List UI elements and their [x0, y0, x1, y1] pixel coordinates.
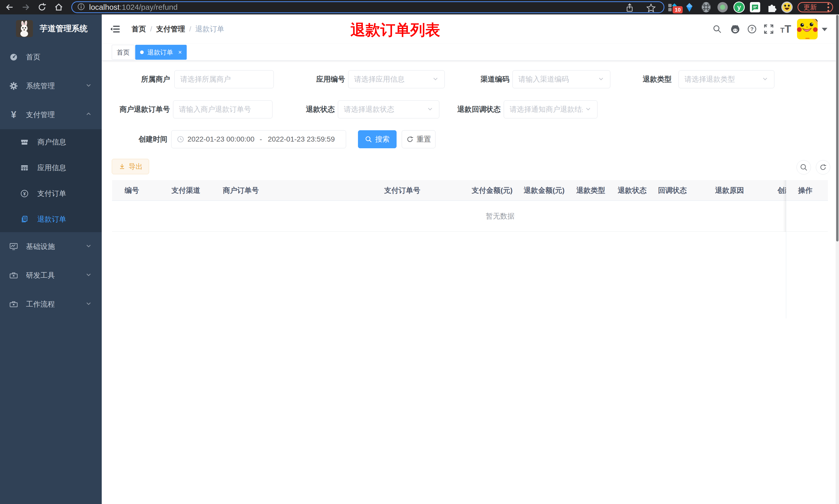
fullscreen-icon[interactable] [763, 14, 775, 44]
channel-select[interactable]: 请输入渠道编码 [513, 70, 610, 88]
extension-chat-icon[interactable] [750, 2, 760, 12]
sidebar-item-home[interactable]: 首页 [0, 43, 102, 72]
col-id: 编号 [125, 180, 139, 201]
close-icon[interactable]: × [178, 49, 182, 56]
sidebar-item-label: 支付订单 [37, 189, 92, 198]
url-text[interactable]: localhost:1024/pay/refund [89, 3, 178, 12]
sidebar-item-pay-order[interactable]: ¥ 支付订单 [0, 181, 102, 206]
app-select[interactable]: 请选择应用信息 [348, 70, 445, 88]
profile-emoji-avatar[interactable] [781, 2, 793, 13]
extension-gem-icon[interactable] [684, 3, 694, 13]
col-channel: 支付渠道 [172, 180, 200, 201]
briefcase-icon [8, 300, 19, 309]
breadcrumb-pay[interactable]: 支付管理 [156, 24, 185, 34]
gear-icon [8, 82, 19, 91]
sidebar-item-app-info[interactable]: 应用信息 [0, 155, 102, 181]
chevron-up-icon [85, 111, 92, 119]
chevron-down-icon [85, 82, 92, 90]
date-end-value[interactable]: 2022-01-23 23:59:59 [268, 135, 336, 143]
sidebar-item-dev-tools[interactable]: 研发工具 [0, 261, 102, 290]
extensions-puzzle-icon[interactable] [767, 2, 776, 13]
browser-forward-icon[interactable] [21, 2, 31, 13]
shop-icon [19, 138, 30, 146]
date-start-value[interactable]: 2022-01-23 00:00:00 [188, 135, 256, 143]
font-size-icon[interactable]: TT [779, 14, 792, 44]
chevron-down-icon [762, 75, 768, 83]
sidebar-item-infra[interactable]: 基础设施 [0, 232, 102, 261]
extension-gray-circle-icon[interactable] [717, 2, 728, 12]
tab-home[interactable]: 首页 [112, 45, 135, 60]
sidebar: 芋道管理系统 首页 系统管理 ¥ 支付管理 [0, 14, 102, 504]
show-search-toggle-button[interactable] [797, 160, 811, 175]
create-time-range-picker[interactable]: 2022-01-23 00:00:00 - 2022-01-23 23:59:5… [171, 130, 346, 148]
sidebar-item-workflow[interactable]: 工作流程 [0, 290, 102, 319]
breadcrumb-home[interactable]: 首页 [131, 24, 146, 34]
update-label: 更新 [803, 3, 817, 12]
github-icon[interactable] [729, 14, 742, 44]
navbar: 首页 / 支付管理 / 退款订单 退款订单列表 ? TT [102, 14, 839, 44]
document-copy-icon [19, 215, 30, 224]
screen: localhost:1024/pay/refund 10 y 更新 [0, 0, 839, 504]
chevron-down-icon [598, 75, 604, 83]
notify-status-select[interactable]: 请选择通知商户退款结果的 [504, 101, 597, 119]
browser-menu-icon[interactable] [827, 3, 829, 12]
browser-update-chip[interactable]: 更新 [798, 2, 833, 12]
sidebar-item-label: 首页 [26, 52, 92, 62]
refresh-table-button[interactable] [816, 160, 830, 175]
avatar-caret-icon[interactable] [822, 28, 827, 31]
extension-command-icon[interactable] [701, 2, 711, 14]
site-info-icon[interactable] [77, 2, 86, 12]
sidebar-submenu-pay: 商户信息 应用信息 ¥ 支付订单 退款订单 [0, 129, 102, 232]
page-title-annotation: 退款订单列表 [351, 20, 440, 40]
sidebar-item-merchant-info[interactable]: 商户信息 [0, 129, 102, 155]
app-title: 芋道管理系统 [40, 23, 88, 34]
table-header: 编号 支付渠道 商户订单号 支付订单号 支付金额(元) 退款金额(元) 退款类型… [112, 180, 828, 201]
extension-y-icon[interactable]: y [733, 2, 745, 13]
tab-refund-order[interactable]: 退款订单 × [135, 45, 187, 60]
breadcrumb-current: 退款订单 [195, 24, 224, 34]
sidebar-item-pay[interactable]: ¥ 支付管理 [0, 101, 102, 129]
share-icon[interactable] [625, 3, 635, 14]
col-actions: 操作 [798, 180, 813, 201]
sidebar-logo-row[interactable]: 芋道管理系统 [0, 14, 102, 43]
export-button-label: 导出 [129, 162, 143, 171]
search-icon[interactable] [712, 14, 723, 44]
bookmark-star-icon[interactable] [646, 3, 656, 14]
refund-status-select[interactable]: 请选择退款状态 [338, 101, 439, 119]
chevron-down-icon [432, 75, 439, 83]
refund-type-select[interactable]: 请选择退款类型 [679, 70, 774, 88]
chevron-down-icon [585, 106, 591, 113]
sidebar-item-label: 应用信息 [37, 163, 92, 173]
filter-label-notify-status: 退款回调状态 [451, 101, 501, 119]
merchant-select[interactable]: 请选择所属商户 [174, 70, 274, 88]
sidebar-item-system[interactable]: 系统管理 [0, 72, 102, 101]
browser-chrome: localhost:1024/pay/refund 10 y 更新 [0, 0, 839, 14]
filter-label-app: 应用编号 [296, 70, 345, 88]
col-refund-amount: 退款金额(元) [524, 180, 565, 201]
app-logo [16, 20, 33, 37]
table-grid-icon [19, 163, 30, 172]
extension-badge: 10 [673, 6, 683, 13]
browser-home-icon[interactable] [54, 2, 64, 13]
col-merchant-order-no: 商户订单号 [223, 180, 259, 201]
browser-reload-icon[interactable] [37, 2, 47, 13]
fixed-column-divider [786, 180, 786, 319]
sidebar-item-refund-order[interactable]: 退款订单 [0, 206, 102, 232]
search-button[interactable]: 搜索 [358, 130, 397, 148]
user-avatar[interactable] [797, 19, 818, 39]
window-scrollbar[interactable] [836, 14, 839, 504]
scrollbar-thumb[interactable] [836, 15, 838, 241]
browser-back-icon[interactable] [4, 2, 15, 13]
col-callback-status: 回调状态 [658, 180, 687, 201]
refund-table: 编号 支付渠道 商户订单号 支付订单号 支付金额(元) 退款金额(元) 退款类型… [112, 180, 828, 232]
export-button[interactable]: 导出 [112, 159, 149, 174]
sidebar-toggle-icon[interactable] [109, 14, 121, 44]
help-icon[interactable]: ? [746, 14, 757, 44]
dashboard-icon [8, 53, 19, 62]
address-bar[interactable]: localhost:1024/pay/refund [71, 1, 664, 13]
merchant-refund-no-input[interactable]: 请输入商户退款订单号 [173, 101, 272, 119]
filter-label-merchant-refund-no: 商户退款订单号 [112, 101, 170, 119]
filter-label-channel: 渠道编码 [460, 70, 510, 88]
reset-button[interactable]: 重置 [402, 130, 435, 148]
filter-label-refund-type: 退款类型 [621, 70, 672, 88]
